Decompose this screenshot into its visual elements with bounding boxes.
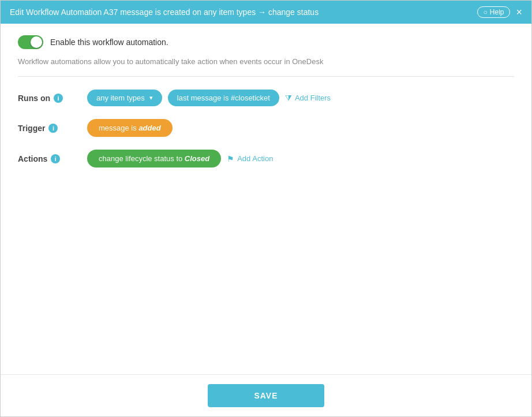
- action-pill[interactable]: change lifecycle status to Closed: [87, 150, 221, 167]
- trigger-label: Trigger i: [18, 124, 87, 133]
- runs-on-info-icon[interactable]: i: [54, 94, 63, 103]
- trigger-row: Trigger i message is added: [18, 119, 514, 137]
- filter-icon: ⧩: [285, 93, 292, 103]
- item-types-dropdown[interactable]: any item types ▾: [87, 90, 162, 106]
- header-controls: ○ Help ×: [477, 6, 522, 18]
- actions-info-icon[interactable]: i: [51, 154, 60, 163]
- modal-footer: save: [1, 374, 531, 416]
- flag-icon: ⚑: [227, 154, 234, 163]
- modal-header: Edit Workflow Automation A37 message is …: [1, 1, 531, 24]
- actions-content: change lifecycle status to Closed ⚑ Add …: [87, 150, 273, 167]
- trigger-content: message is added: [87, 119, 173, 137]
- runs-on-label: Runs on i: [18, 94, 87, 103]
- description-text: Workflow automations allow you to automa…: [18, 57, 514, 66]
- actions-label: Actions i: [18, 154, 87, 163]
- trigger-pill[interactable]: message is added: [87, 119, 173, 137]
- modal-body: Enable this workflow automation. Workflo…: [1, 24, 531, 374]
- dropdown-arrow-icon: ▾: [149, 94, 153, 102]
- enable-row: Enable this workflow automation.: [18, 35, 514, 49]
- enable-label: Enable this workflow automation.: [50, 38, 168, 47]
- toggle-thumb: [31, 36, 42, 48]
- add-action-button[interactable]: ⚑ Add Action: [227, 154, 273, 163]
- body-spacer: [18, 180, 514, 363]
- help-button[interactable]: ○ Help: [477, 6, 511, 18]
- actions-row: Actions i change lifecycle status to Clo…: [18, 150, 514, 167]
- workflow-modal: Edit Workflow Automation A37 message is …: [0, 0, 532, 417]
- help-circle-icon: ○: [484, 8, 488, 16]
- filter-pill[interactable]: last message is #closeticket: [168, 90, 279, 106]
- runs-on-row: Runs on i any item types ▾ last message …: [18, 90, 514, 106]
- trigger-info-icon[interactable]: i: [48, 124, 58, 133]
- save-button[interactable]: save: [208, 384, 324, 407]
- add-filters-button[interactable]: ⧩ Add Filters: [285, 93, 331, 103]
- runs-on-content: any item types ▾ last message is #closet…: [87, 90, 331, 106]
- enable-toggle[interactable]: [18, 35, 43, 49]
- close-button[interactable]: ×: [516, 7, 522, 17]
- modal-title: Edit Workflow Automation A37 message is …: [10, 8, 319, 17]
- section-divider: [18, 76, 514, 77]
